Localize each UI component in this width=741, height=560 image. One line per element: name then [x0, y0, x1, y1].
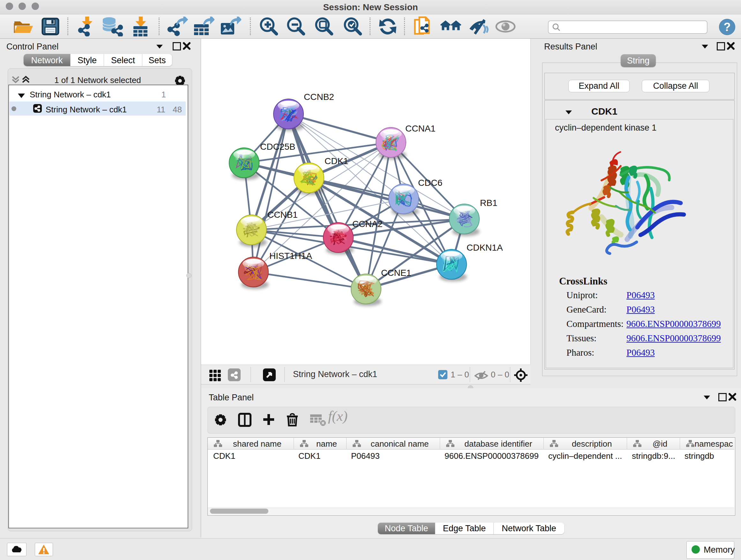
svg-text:CCNB2: CCNB2 [304, 92, 334, 102]
svg-text:CCNA2: CCNA2 [352, 219, 383, 229]
svg-text:CDKN1A: CDKN1A [467, 243, 503, 253]
svg-text:CCNA1: CCNA1 [405, 124, 435, 133]
svg-text:CDC25B: CDC25B [260, 142, 295, 152]
svg-text:CCNB1: CCNB1 [267, 210, 298, 220]
svg-text:CDC6: CDC6 [418, 178, 442, 188]
svg-text:HIST1H1A: HIST1H1A [269, 251, 312, 261]
svg-text:CDK1: CDK1 [325, 156, 348, 166]
svg-text:RB1: RB1 [480, 198, 497, 208]
svg-text:CCNE1: CCNE1 [381, 268, 411, 278]
